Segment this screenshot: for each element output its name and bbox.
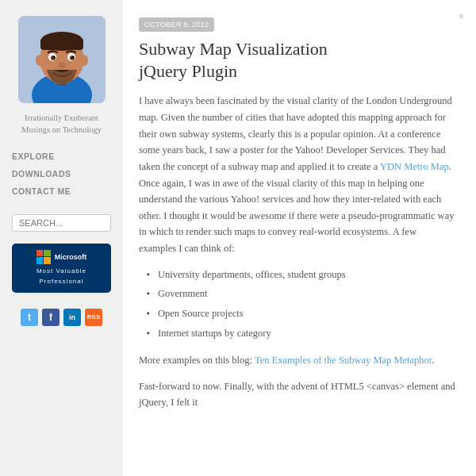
asterisk-button[interactable]: * xyxy=(459,12,464,26)
post-date: OCTOBER 8, 2012 xyxy=(139,17,214,32)
linkedin-icon[interactable]: in xyxy=(63,309,81,326)
list-item: Internet startups by category xyxy=(147,325,456,342)
nav-explore[interactable]: EXPLORE xyxy=(12,150,111,163)
svg-rect-5 xyxy=(40,38,83,50)
main-content: * OCTOBER 8, 2012 Subway Map Visualizati… xyxy=(123,0,476,476)
sidebar: Irrationally Exuberant Musings on Techno… xyxy=(0,0,123,476)
list-item: Government xyxy=(147,286,456,302)
mvp-badge: Microsoft Most Valuable Professional xyxy=(12,244,111,294)
windows-icon xyxy=(36,250,51,264)
svg-point-10 xyxy=(51,56,56,60)
mvp-professional: Professional xyxy=(39,277,83,287)
post-intro: I have always been fascinated by the vis… xyxy=(139,93,456,256)
page-wrapper: Irrationally Exuberant Musings on Techno… xyxy=(0,0,476,476)
microsoft-label: Microsoft xyxy=(55,251,87,263)
sidebar-tagline: Irrationally Exuberant Musings on Techno… xyxy=(12,113,111,136)
more-examples-paragraph: More examples on this blog: Ten Examples… xyxy=(139,352,456,369)
svg-point-12 xyxy=(52,56,54,58)
post-body-3: Fast-forward to now. Finally, with the a… xyxy=(139,378,456,411)
mvp-most-valuable: Most Valuable xyxy=(36,267,86,277)
list-item: University departments, offices, student… xyxy=(147,267,456,283)
more-examples-link[interactable]: Ten Examples of the Subway Map Metaphor xyxy=(255,355,432,366)
nav-contact[interactable]: CONTACT ME xyxy=(12,185,111,198)
examples-list: University departments, offices, student… xyxy=(147,267,456,342)
twitter-icon[interactable]: t xyxy=(21,309,38,326)
sidebar-nav: EXPLORE DOWNLOADS CONTACT ME xyxy=(12,150,111,202)
social-icons: t f in RSS xyxy=(21,309,102,326)
rss-icon[interactable]: RSS xyxy=(85,309,102,326)
nav-downloads[interactable]: DOWNLOADS xyxy=(12,167,111,181)
svg-point-7 xyxy=(80,55,88,66)
svg-point-6 xyxy=(36,55,44,66)
list-item: Open Source projects xyxy=(147,305,456,322)
svg-point-11 xyxy=(70,56,75,60)
svg-point-13 xyxy=(71,56,73,58)
ydn-metro-map-link[interactable]: YDN Metro Map xyxy=(380,161,449,172)
post-title: Subway Map Visualization jQuery Plugin xyxy=(139,38,456,82)
facebook-icon[interactable]: f xyxy=(42,309,60,326)
search-input[interactable] xyxy=(12,214,111,232)
mvp-logo: Microsoft xyxy=(36,250,87,264)
avatar xyxy=(18,16,106,103)
